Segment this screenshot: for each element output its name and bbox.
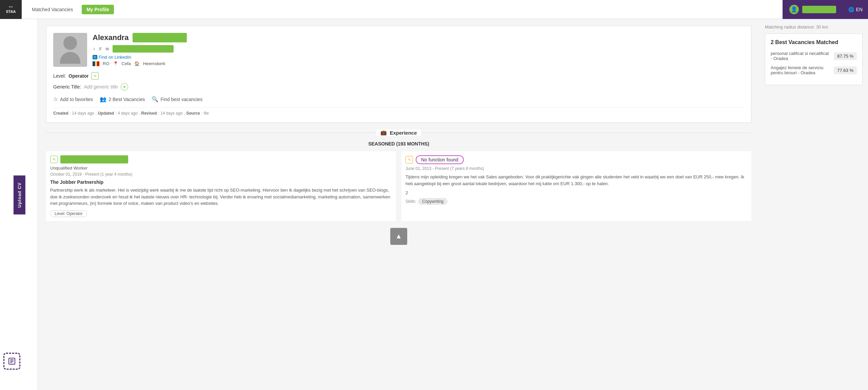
user-name-bar — [802, 6, 836, 13]
add-generic-title-button[interactable]: + — [121, 83, 128, 91]
experience-section-header: 💼 Experience — [46, 130, 751, 136]
linkedin-icon: in — [93, 55, 97, 59]
add-to-favorites-button[interactable]: ☆ Add to favorites — [53, 96, 93, 102]
skills-label: Skills: — [406, 199, 416, 204]
meta-info: Created: 14 days ago, Updated: 4 days ag… — [53, 107, 744, 116]
job1-level: Level: Operator — [50, 210, 87, 217]
job2-description: Tijdens mijn opleiding kregen we het vak… — [406, 174, 747, 187]
profile-name-row: Alexandra — [93, 33, 744, 42]
location-pin-icon: 📍 — [113, 61, 118, 66]
vacancy-name-2: Angajez femeie de serviciu pentru birour… — [771, 65, 830, 75]
best-vacancies-button[interactable]: 👥 2 Best Vacancies — [100, 96, 145, 102]
globe-icon: 🌐 — [848, 7, 854, 12]
exp-card-header-1: ✎ — [50, 155, 392, 163]
best-vacancies-card: 2 Best Vacancies Matched personal califi… — [765, 34, 863, 85]
action-bar: ☆ Add to favorites 👥 2 Best Vacancies 🔍 … — [53, 96, 744, 102]
language-label: EN — [856, 7, 863, 12]
experience-card-1: ✎ Unqualified Worker October 01, 2019 - … — [46, 151, 396, 221]
job1-company: The Jobber Partnership — [50, 179, 392, 185]
vacancy-pct-1: 87.75 % — [834, 52, 857, 60]
job1-date: October 01, 2019 - Present (1 year 4 mon… — [50, 172, 392, 177]
vacancy-row-2[interactable]: Angajez femeie de serviciu pentru birour… — [771, 65, 857, 75]
generic-title-row: Generic Title: Add generic title + — [53, 83, 744, 91]
email-icon: ✉ — [105, 46, 109, 52]
vacancy-name-1: personal calificat si necalificat - Orad… — [771, 51, 830, 61]
upload-cv-button[interactable]: Upload CV — [14, 176, 25, 215]
created-label: Created — [53, 111, 68, 116]
add-generic-title-text: Add generic title — [84, 84, 118, 90]
user-section: 👤 — [783, 0, 843, 19]
best-vacancies-title: 2 Best Vacancies Matched — [771, 39, 857, 45]
revised-label: Revised — [141, 111, 157, 116]
user-avatar-icon: 👤 — [789, 5, 799, 14]
revised-value: 14 days ago — [160, 111, 182, 116]
location2-label: Heemskerk — [143, 61, 165, 66]
profile-meta-row: ♀ F ✉ — [93, 45, 744, 53]
nav-my-profile[interactable]: My Profile — [82, 5, 114, 14]
no-function-badge: No function found — [416, 155, 464, 164]
job1-title-bar — [60, 155, 128, 163]
search-icon: 🔍 — [152, 96, 158, 102]
linkedin-row: in Find on LinkedIn — [93, 55, 744, 60]
page-body: Upload CV Ale — [0, 19, 868, 390]
location-row: RO 📍 Cefa 🏠 Heemskerk — [93, 61, 744, 66]
profile-first-name: Alexandra — [93, 33, 129, 42]
vacancy-row-1[interactable]: personal calificat si necalificat - Orad… — [771, 51, 857, 61]
experience-label: 💼 Experience — [376, 130, 421, 136]
gender-icon: ♀ — [93, 46, 96, 52]
country-label: RO — [103, 61, 110, 66]
edit-job1-button[interactable]: ✎ — [50, 156, 58, 163]
edit-level-button[interactable]: ✎ — [91, 72, 99, 80]
generic-title-label: Generic Title: — [53, 84, 81, 90]
job2-date: June 01, 2013 - Present (7 years 8 month… — [406, 166, 747, 171]
city-label: Cefa — [122, 61, 131, 66]
updated-label: Updated — [98, 111, 114, 116]
language-section[interactable]: 🌐 EN — [843, 0, 868, 19]
header-right: 👤 🌐 EN — [783, 0, 868, 19]
skill-copywriting: Copywriting — [418, 198, 448, 205]
exp-card-header-2: ✎ No function found — [406, 155, 747, 164]
scroll-up-button[interactable]: ▲ — [390, 228, 407, 245]
level-value: Operator — [68, 73, 88, 79]
experience-months: SEASONED (193 MONTHS) — [46, 141, 751, 147]
clip-icon[interactable] — [3, 353, 20, 370]
matching-radius-text: Matching radius distance: 30 km — [765, 24, 863, 30]
profile-card: Alexandra ♀ F ✉ in Find on LinkedIn — [46, 26, 751, 123]
job2-skills-row: Skills: Copywriting — [406, 198, 747, 205]
avatar — [53, 33, 87, 67]
experience-card-2: ✎ No function found June 01, 2013 - Pres… — [401, 151, 751, 221]
app-logo: 👓STAA — [0, 0, 22, 19]
experience-grid: ✎ Unqualified Worker October 01, 2019 - … — [46, 151, 751, 221]
linkedin-link[interactable]: in Find on LinkedIn — [93, 55, 744, 60]
star-icon: ☆ — [53, 96, 58, 102]
right-sidebar: Matching radius distance: 30 km 2 Best V… — [760, 19, 868, 390]
briefcase-icon: 💼 — [380, 130, 387, 136]
flag-ro — [93, 61, 99, 66]
location-pin2-icon: 🏠 — [134, 61, 140, 66]
source-label: Source — [186, 111, 200, 116]
edit-job2-button[interactable]: ✎ — [406, 156, 413, 163]
app-header: 👓STAA Matched Vacancies My Profile 👤 🌐 E… — [0, 0, 868, 19]
created-value: 14 days ago — [72, 111, 94, 116]
updated-value: 4 days ago — [118, 111, 138, 116]
profile-info: Alexandra ♀ F ✉ in Find on LinkedIn — [93, 33, 744, 66]
nav-matched-vacancies[interactable]: Matched Vacancies — [27, 5, 78, 14]
users-icon: 👥 — [100, 96, 106, 102]
job1-description: Partnership werk ik als marketeer. Het i… — [50, 187, 392, 207]
job2-score: 2 — [406, 190, 747, 195]
vacancy-pct-2: 77.63 % — [834, 66, 857, 74]
source-value: file — [204, 111, 209, 116]
level-row: Level: Operator ✎ — [53, 72, 744, 80]
profile-last-name-bar — [133, 33, 187, 42]
gender-label: F — [99, 46, 102, 52]
left-sidebar: Upload CV — [0, 19, 38, 390]
email-bar — [113, 45, 174, 53]
profile-header: Alexandra ♀ F ✉ in Find on LinkedIn — [53, 33, 744, 67]
job1-subtitle: Unqualified Worker — [50, 165, 392, 171]
level-label: Level: — [53, 73, 66, 79]
main-content: Alexandra ♀ F ✉ in Find on LinkedIn — [38, 19, 760, 390]
find-best-vacancies-button[interactable]: 🔍 Find best vacancies — [152, 96, 202, 102]
main-nav: Matched Vacancies My Profile — [22, 5, 783, 14]
